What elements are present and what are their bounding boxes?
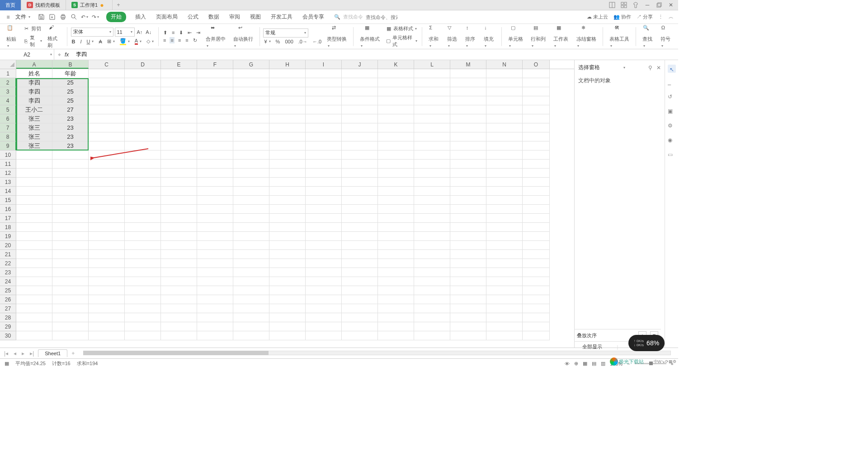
tab-workbook[interactable]: S 工作簿1 ● xyxy=(66,0,113,10)
cell[interactable] xyxy=(342,114,378,123)
tab-home[interactable]: 首页 xyxy=(0,0,21,10)
select-all-corner[interactable] xyxy=(0,60,16,69)
cell[interactable] xyxy=(197,322,233,331)
cell[interactable] xyxy=(125,178,161,187)
cell[interactable] xyxy=(486,114,523,123)
cell[interactable] xyxy=(161,114,197,123)
cell[interactable] xyxy=(486,196,523,205)
cell[interactable] xyxy=(378,295,414,304)
fill-button[interactable]: ↓填充▾ xyxy=(484,25,495,48)
cell[interactable] xyxy=(342,214,378,223)
cell[interactable] xyxy=(197,69,233,78)
inc-decimal-button[interactable]: .0→ xyxy=(297,38,308,45)
cell[interactable] xyxy=(269,160,306,169)
cell[interactable] xyxy=(125,196,161,205)
close-pane-icon[interactable]: ✕ xyxy=(656,65,661,71)
cell[interactable] xyxy=(125,69,161,78)
cell[interactable] xyxy=(125,123,161,132)
cell[interactable] xyxy=(378,304,414,313)
cell[interactable] xyxy=(523,69,550,78)
cell[interactable] xyxy=(89,295,125,304)
cell[interactable] xyxy=(378,241,414,250)
cell[interactable] xyxy=(125,295,161,304)
cell[interactable] xyxy=(342,286,378,295)
cell[interactable] xyxy=(233,232,269,241)
row-header-2[interactable]: 2 xyxy=(0,78,16,87)
cell[interactable]: 25 xyxy=(52,96,89,105)
row-header-23[interactable]: 23 xyxy=(0,268,16,277)
cell[interactable] xyxy=(306,250,342,259)
cell[interactable] xyxy=(450,205,486,214)
cell[interactable] xyxy=(306,78,342,87)
cell[interactable] xyxy=(16,232,52,241)
row-header-24[interactable]: 24 xyxy=(0,277,16,286)
cell[interactable] xyxy=(269,196,306,205)
copy-button[interactable]: ⎘复制▾ xyxy=(22,34,43,48)
cell[interactable] xyxy=(16,322,52,331)
cell[interactable] xyxy=(16,169,52,178)
print-preview-icon[interactable] xyxy=(70,14,77,21)
cell[interactable] xyxy=(197,223,233,232)
cell[interactable] xyxy=(486,205,523,214)
cell[interactable] xyxy=(414,141,450,150)
cell[interactable] xyxy=(306,322,342,331)
cell[interactable] xyxy=(52,268,89,277)
underline-button[interactable]: U▾ xyxy=(86,38,95,45)
cell[interactable] xyxy=(269,105,306,114)
cell[interactable] xyxy=(233,132,269,141)
fill-color-button[interactable]: 🪣▾ xyxy=(119,38,131,46)
cell[interactable] xyxy=(233,87,269,96)
cell[interactable] xyxy=(269,268,306,277)
cell[interactable] xyxy=(306,295,342,304)
cell[interactable] xyxy=(269,87,306,96)
cell[interactable] xyxy=(306,241,342,250)
cell[interactable] xyxy=(233,250,269,259)
cell[interactable] xyxy=(269,132,306,141)
cell[interactable] xyxy=(306,268,342,277)
cell[interactable] xyxy=(197,123,233,132)
cell[interactable] xyxy=(161,150,197,160)
cell[interactable] xyxy=(378,178,414,187)
cell[interactable] xyxy=(161,268,197,277)
cell[interactable] xyxy=(197,250,233,259)
cell[interactable] xyxy=(269,96,306,105)
cell[interactable] xyxy=(161,169,197,178)
cell[interactable] xyxy=(125,277,161,286)
cell[interactable] xyxy=(161,105,197,114)
cell[interactable] xyxy=(16,178,52,187)
cell[interactable] xyxy=(342,205,378,214)
sheet-tab-1[interactable]: Sheet1 xyxy=(38,349,67,357)
cell[interactable] xyxy=(233,295,269,304)
filter-button[interactable]: ▽筛选▾ xyxy=(447,25,458,48)
cell[interactable] xyxy=(378,96,414,105)
cell[interactable] xyxy=(125,141,161,150)
cell[interactable] xyxy=(342,250,378,259)
cell[interactable] xyxy=(523,96,550,105)
cell[interactable] xyxy=(161,259,197,268)
redo-icon[interactable]: ↷▾ xyxy=(92,14,99,21)
cell[interactable] xyxy=(16,286,52,295)
cell[interactable] xyxy=(414,150,450,160)
row-header-26[interactable]: 26 xyxy=(0,295,16,304)
ribbon-tab-data[interactable]: 数据 xyxy=(208,12,220,22)
cell[interactable] xyxy=(414,105,450,114)
cell[interactable] xyxy=(161,178,197,187)
cell[interactable] xyxy=(269,259,306,268)
cell[interactable] xyxy=(269,232,306,241)
cell[interactable]: 张三 xyxy=(16,132,52,141)
cell[interactable] xyxy=(89,105,125,114)
cell[interactable] xyxy=(52,150,89,160)
cell[interactable] xyxy=(16,196,52,205)
cell[interactable] xyxy=(52,259,89,268)
row-header-17[interactable]: 17 xyxy=(0,214,16,223)
cell[interactable] xyxy=(523,87,550,96)
cell[interactable] xyxy=(125,187,161,196)
cell[interactable] xyxy=(414,69,450,78)
align-center-button[interactable]: ≡ xyxy=(170,37,174,43)
cell[interactable] xyxy=(486,223,523,232)
cell[interactable] xyxy=(486,322,523,331)
cell[interactable] xyxy=(378,250,414,259)
search-box[interactable]: 🔍 查找命令 xyxy=(334,14,397,20)
cell[interactable] xyxy=(378,277,414,286)
cell[interactable] xyxy=(89,178,125,187)
